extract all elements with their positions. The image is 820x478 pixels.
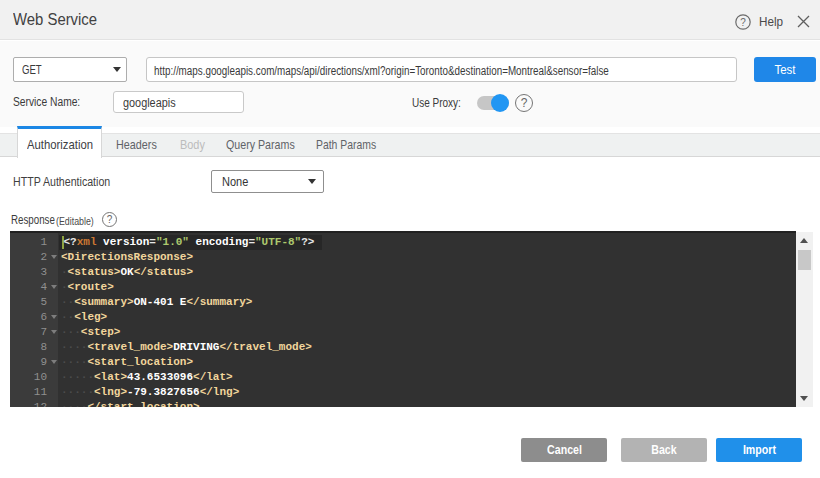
svg-text:?: ? — [740, 17, 746, 28]
